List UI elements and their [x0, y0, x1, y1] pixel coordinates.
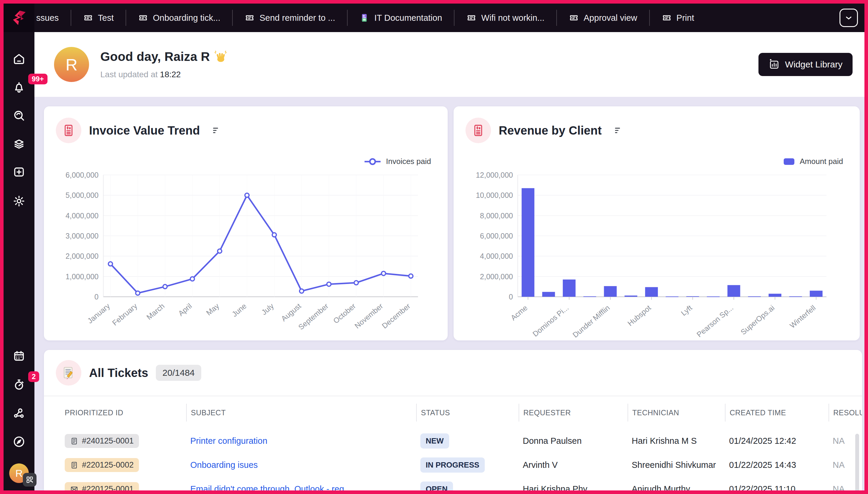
ticket-icon	[83, 13, 93, 23]
svg-text:January: January	[86, 302, 112, 325]
widget-filter-icon[interactable]	[212, 126, 221, 135]
legend-label: Amount paid	[800, 157, 843, 166]
status-badge: NEW	[420, 433, 449, 449]
tab-label: Wifi not workin...	[481, 13, 545, 23]
calendar-icon	[12, 349, 26, 363]
note-icon	[70, 461, 78, 469]
sidebar-item-create[interactable]	[4, 165, 35, 179]
tab-label: ssues	[36, 13, 59, 23]
status-badge: IN PROGRESS	[420, 457, 485, 473]
tab-it-documentation[interactable]: IT Documentation	[348, 4, 454, 32]
ticket-icon	[466, 13, 476, 23]
ticket-icon	[244, 13, 255, 23]
svg-text:12,000,000: 12,000,000	[476, 171, 513, 179]
table-row[interactable]: #220125-0002 Onboarding isues IN PROGRES…	[44, 453, 862, 477]
line-series-marker-icon	[364, 158, 381, 166]
app-logo[interactable]	[4, 4, 35, 32]
table-scrollbar[interactable]	[855, 434, 859, 490]
column-header-created-time[interactable]: CREATED TIME	[725, 404, 829, 421]
widget-filter-icon[interactable]	[614, 126, 623, 135]
ticket-subject-link[interactable]: Printer configuration	[190, 436, 268, 445]
invoice-icon-circle	[466, 118, 491, 143]
svg-text:1,000,000: 1,000,000	[65, 272, 99, 281]
svg-text:September: September	[297, 302, 330, 331]
legend-label: Invoices paid	[386, 157, 431, 166]
svg-text:June: June	[230, 302, 248, 318]
compass-icon	[12, 435, 26, 449]
column-header-technician[interactable]: TECHNICIAN	[628, 404, 725, 421]
svg-text:0: 0	[509, 292, 513, 301]
tab-send-reminder-to[interactable]: Send reminder to ...	[233, 4, 347, 32]
svg-text:4,000,000: 4,000,000	[65, 211, 99, 220]
invoice-icon	[471, 124, 485, 137]
user-avatar[interactable]: R	[54, 47, 89, 82]
svg-text:February: February	[111, 302, 139, 327]
plus-square-icon	[12, 165, 26, 179]
sidebar-item-timer[interactable]: 2	[4, 378, 35, 392]
column-header-resolut[interactable]: RESOLUT	[829, 404, 862, 421]
open-tabs: ssuesTestOnboarding tick...Send reminder…	[35, 4, 836, 32]
tickets-table: PRIORITIZED IDSUBJECTSTATUSREQUESTERTECH…	[44, 396, 862, 490]
svg-text:May: May	[204, 302, 221, 317]
table-row[interactable]: #220125-0001 Email didn't come through. …	[44, 477, 862, 490]
page-header: R Good day, Raiza R	[35, 32, 864, 97]
sidebar-item-explore[interactable]	[4, 435, 35, 449]
svg-text:5,000,000: 5,000,000	[65, 191, 99, 199]
requester-cell: Donna Paulsen	[519, 436, 628, 446]
tab-label: Approval view	[584, 13, 637, 23]
technician-cell: Hari Krishna M S	[628, 436, 725, 446]
tab-wifi-not-workin[interactable]: Wifi not workin...	[454, 4, 556, 32]
tab-print[interactable]: Print	[650, 4, 706, 32]
bar-series-marker-icon	[783, 158, 795, 166]
sidebar-item-notifications[interactable]: 99+	[4, 80, 35, 94]
gear-icon	[12, 194, 26, 208]
tab-onboarding-tick[interactable]: Onboarding tick...	[126, 4, 232, 32]
timer-count-badge: 2	[28, 371, 39, 382]
status-badge: OPEN	[420, 481, 453, 490]
column-header-prioritized-id[interactable]: PRIORITIZED ID	[65, 404, 186, 421]
requester-cell: Hari Krishna Phy	[519, 484, 628, 490]
tab-approval-view[interactable]: Approval view	[557, 4, 649, 32]
widget-title: All Tickets	[89, 366, 148, 380]
svg-text:October: October	[332, 302, 357, 325]
created-time-cell: 01/22/2025 11:10	[725, 484, 829, 490]
svg-text:November: November	[353, 302, 384, 330]
revenue-by-client-widget: Revenue by Client Amount paid 02,000,000…	[454, 106, 860, 340]
sidebar-item-calendar[interactable]	[4, 349, 35, 363]
line-chart-legend: Invoices paid	[44, 143, 448, 166]
column-header-requester[interactable]: REQUESTER	[519, 404, 628, 421]
ticket-subject-link[interactable]: Email didn't come through. Outlook - reg	[190, 484, 344, 490]
share-nodes-icon	[12, 406, 26, 420]
svg-text:10,000,000: 10,000,000	[476, 191, 513, 199]
ticket-subject-link[interactable]: Onboarding isues	[190, 460, 258, 470]
sidebar-user-avatar[interactable]: R	[4, 463, 35, 483]
tab-test[interactable]: Test	[71, 4, 125, 32]
document-icon	[359, 13, 370, 23]
invoice-icon-circle	[56, 118, 81, 143]
bell-icon: 99+	[12, 80, 26, 94]
tab-label: Send reminder to ...	[259, 13, 335, 23]
svg-text:Winterfell: Winterfell	[788, 303, 817, 329]
sidebar-item-modules[interactable]	[4, 137, 35, 150]
tab-ssues[interactable]: ssues	[35, 4, 71, 32]
sidebar-item-share[interactable]	[4, 406, 35, 420]
created-time-cell: 01/22/2025 14:43	[725, 460, 829, 470]
sidebar-item-search[interactable]	[4, 109, 35, 122]
last-updated-time: 18:22	[160, 70, 181, 79]
qr-badge[interactable]	[23, 473, 37, 487]
tab-overflow-button[interactable]	[840, 8, 858, 27]
svg-text:6,000,000: 6,000,000	[480, 232, 513, 240]
notifications-count-badge: 99+	[28, 74, 47, 84]
qr-icon	[25, 476, 34, 484]
widget-title: Invoice Value Trend	[89, 124, 200, 137]
table-row[interactable]: #240125-0001 Printer configuration NEW D…	[44, 429, 862, 453]
sidebar-item-home[interactable]	[4, 52, 35, 66]
sidebar-item-settings[interactable]	[4, 194, 35, 208]
ticket-id-badge: #240125-0001	[65, 434, 139, 448]
created-time-cell: 01/24/2025 12:42	[725, 436, 829, 446]
column-header-subject[interactable]: SUBJECT	[186, 404, 416, 421]
ticket-icon	[662, 13, 672, 23]
widget-library-button[interactable]: Widget Library	[758, 53, 852, 76]
memo-icon	[61, 365, 76, 381]
column-header-status[interactable]: STATUS	[416, 404, 519, 421]
